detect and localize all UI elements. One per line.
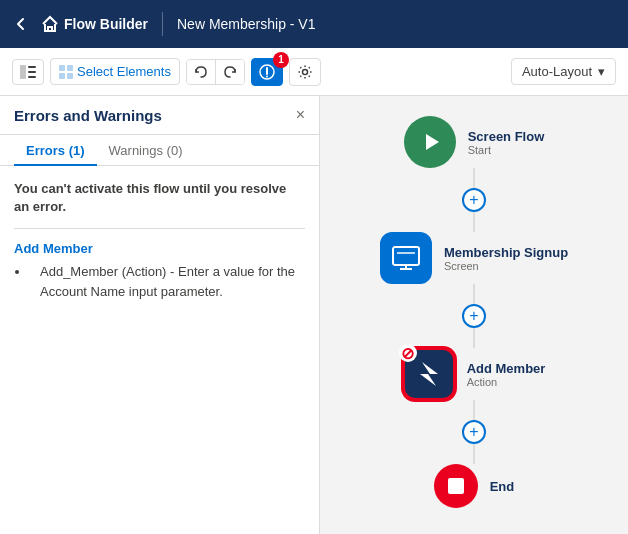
start-node-icon[interactable] xyxy=(404,116,456,168)
panel-header: Errors and Warnings × xyxy=(0,96,319,135)
start-node-type: Start xyxy=(468,144,545,156)
svg-rect-1 xyxy=(28,66,36,68)
svg-rect-5 xyxy=(67,65,73,71)
svg-rect-0 xyxy=(20,65,26,79)
undo-button[interactable] xyxy=(187,60,216,84)
end-node-info: End xyxy=(490,479,515,494)
end-node-icon[interactable] xyxy=(434,464,478,508)
screen-node-type: Screen xyxy=(444,260,568,272)
end-node-name: End xyxy=(490,479,515,494)
action-node-wrapper: ⊘ xyxy=(403,348,455,400)
panel-close-button[interactable]: × xyxy=(296,106,305,124)
panel-title: Errors and Warnings xyxy=(14,107,162,124)
action-node-info: Add Member Action xyxy=(467,361,546,388)
line-2 xyxy=(473,212,475,232)
svg-marker-17 xyxy=(420,362,438,386)
auto-layout-button[interactable]: Auto-Layout ▾ xyxy=(511,58,616,85)
main-area: Errors and Warnings × Errors (1) Warning… xyxy=(0,96,628,534)
app-name: Flow Builder xyxy=(64,16,148,32)
top-bar: Flow Builder New Membership - V1 xyxy=(0,0,628,48)
auto-layout-label: Auto-Layout xyxy=(522,64,592,79)
start-node-name: Screen Flow xyxy=(468,129,545,144)
screen-node-icon[interactable] xyxy=(380,232,432,284)
svg-rect-7 xyxy=(67,73,73,79)
svg-rect-18 xyxy=(448,478,464,494)
panel-body: You can't activate this flow until you r… xyxy=(0,166,319,534)
flow-node-screen: Membership Signup Screen xyxy=(380,232,568,284)
errors-panel: Errors and Warnings × Errors (1) Warning… xyxy=(0,96,320,534)
panel-divider xyxy=(14,228,305,229)
app-logo: Flow Builder xyxy=(40,14,148,34)
undo-redo-group xyxy=(186,59,245,85)
redo-button[interactable] xyxy=(216,60,244,84)
flow-title: New Membership - V1 xyxy=(177,16,316,32)
add-btn-3[interactable]: + xyxy=(462,420,486,444)
toolbar: Select Elements 1 xyxy=(0,48,628,96)
screen-node-name: Membership Signup xyxy=(444,245,568,260)
error-summary: You can't activate this flow until you r… xyxy=(14,180,305,216)
flow-node-action: ⊘ Add Member Action xyxy=(403,348,546,400)
error-indicator: ⊘ xyxy=(399,344,417,362)
flow-diagram: Screen Flow Start + xyxy=(380,106,568,508)
back-button[interactable] xyxy=(12,15,30,33)
toggle-sidebar-button[interactable] xyxy=(12,59,44,85)
connector-1: + xyxy=(462,168,486,232)
add-btn-2[interactable]: + xyxy=(462,304,486,328)
line-4 xyxy=(473,328,475,348)
flow-node-start: Screen Flow Start xyxy=(404,116,545,168)
svg-rect-3 xyxy=(28,76,36,78)
nav-divider xyxy=(162,12,163,36)
screen-node-info: Membership Signup Screen xyxy=(444,245,568,272)
debug-badge: 1 xyxy=(273,52,289,68)
line-5 xyxy=(473,400,475,420)
flow-node-end: End xyxy=(434,464,515,508)
svg-point-11 xyxy=(302,69,307,74)
svg-rect-2 xyxy=(28,71,36,73)
tab-errors[interactable]: Errors (1) xyxy=(14,135,97,166)
canvas-area: Screen Flow Start + xyxy=(320,96,628,534)
svg-marker-12 xyxy=(426,134,439,150)
error-detail: Add_Member (Action) - Enter a value for … xyxy=(30,262,305,301)
tab-warnings[interactable]: Warnings (0) xyxy=(97,135,195,166)
chevron-down-icon: ▾ xyxy=(598,64,605,79)
add-btn-1[interactable]: + xyxy=(462,188,486,212)
select-elements-button[interactable]: Select Elements xyxy=(50,58,180,85)
line-6 xyxy=(473,444,475,464)
line-1 xyxy=(473,168,475,188)
debug-button-container: 1 xyxy=(251,58,283,86)
panel-tabs: Errors (1) Warnings (0) xyxy=(0,135,319,166)
connector-2: + xyxy=(462,284,486,348)
line-3 xyxy=(473,284,475,304)
settings-button[interactable] xyxy=(289,58,321,86)
connector-3: + xyxy=(462,400,486,464)
action-node-type: Action xyxy=(467,376,546,388)
select-elements-label: Select Elements xyxy=(77,64,171,79)
svg-rect-4 xyxy=(59,65,65,71)
start-node-info: Screen Flow Start xyxy=(468,129,545,156)
action-node-name: Add Member xyxy=(467,361,546,376)
svg-point-10 xyxy=(266,75,268,77)
svg-rect-6 xyxy=(59,73,65,79)
error-group-link[interactable]: Add Member xyxy=(14,241,305,256)
svg-rect-13 xyxy=(393,247,419,265)
